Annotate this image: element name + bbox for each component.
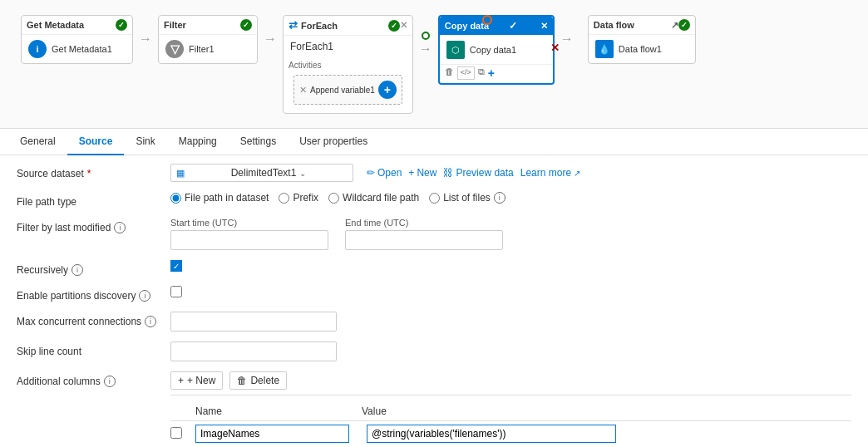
recursively-label: Recursively i	[17, 260, 162, 276]
table-divider	[170, 395, 851, 395]
filepath-dataset-option[interactable]: File path in dataset	[170, 192, 269, 204]
partitions-row: Enable partitions discovery i	[17, 286, 851, 302]
tab-general[interactable]: General	[8, 129, 67, 155]
copy-data-node[interactable]: Copy data ✓ ✕ ⬡ Copy data1 🗑 </> ⧉ + ✕	[438, 15, 555, 85]
delete-column-button[interactable]: 🗑 Delete	[229, 371, 287, 390]
tab-source[interactable]: Source	[67, 129, 125, 155]
copy-data-status: ✓	[509, 20, 517, 32]
prefix-option[interactable]: Prefix	[279, 192, 318, 204]
plus-icon: +	[408, 167, 414, 179]
get-metadata-title: Get Metadata	[27, 20, 84, 30]
orange-circle-connector	[482, 15, 492, 27]
dataset-dropdown[interactable]: ▦ DelimitedText1 ⌄	[170, 164, 353, 182]
dataflow-node[interactable]: Data flow ↗ ✓ 💧 Data flow1	[588, 15, 696, 64]
arrow-2: →	[262, 32, 279, 47]
get-metadata-node[interactable]: Get Metadata ✓ i Get Metadata1	[21, 15, 133, 64]
filter-modified-info[interactable]: i	[114, 222, 126, 233]
delete-icon: 🗑	[237, 375, 247, 386]
copy-icon[interactable]: ⧉	[478, 66, 485, 80]
new-column-plus-icon: +	[178, 375, 184, 386]
source-dataset-row: Source dataset * ▦ DelimitedText1 ⌄ ✏ Op…	[17, 164, 851, 182]
get-metadata-icon: i	[28, 40, 47, 58]
prefix-label: Prefix	[293, 192, 318, 204]
additional-columns-control: + + New 🗑 Delete Name Value	[170, 371, 851, 445]
tabs-bar: General Source Sink Mapping Settings Use…	[0, 129, 868, 155]
learn-more-link[interactable]: Learn more ↗	[520, 167, 580, 179]
partitions-info[interactable]: i	[139, 290, 150, 302]
tab-sink[interactable]: Sink	[124, 129, 166, 155]
foreach-inner-area[interactable]: ✕ Append variable1 +	[293, 75, 402, 105]
foreach-node[interactable]: ⇄ ForEach ✓ ✕ ForEach1 Activities ✕ Appe…	[283, 15, 413, 114]
tab-user-properties[interactable]: User properties	[288, 129, 379, 155]
row-value-input[interactable]	[367, 425, 616, 443]
trash-icon[interactable]: 🗑	[445, 66, 454, 80]
wildcard-radio[interactable]	[328, 193, 339, 204]
partitions-checkbox[interactable]	[170, 286, 182, 297]
additional-columns-row: Additional columns i + + New 🗑 Delete	[17, 371, 851, 445]
filepath-dataset-radio[interactable]	[170, 193, 181, 204]
append-icon: ✕	[299, 85, 307, 96]
recursively-control: ✓	[170, 260, 851, 272]
additional-col-actions: + + New 🗑 Delete	[170, 371, 851, 390]
row-checkbox[interactable]	[170, 427, 182, 439]
arrow-4: →	[559, 32, 575, 47]
file-path-type-label: File path type	[17, 192, 162, 208]
code-icon[interactable]: </>	[457, 66, 475, 80]
preview-link[interactable]: ⛓ Preview data	[443, 167, 513, 179]
header-value: Value	[362, 405, 851, 417]
table-header: Name Value	[170, 402, 851, 421]
row-checkbox-cell	[170, 427, 195, 441]
list-of-files-label: List of files	[443, 192, 491, 204]
activities-label: Activities	[289, 61, 407, 70]
add-output-icon[interactable]: +	[488, 66, 495, 80]
tab-mapping[interactable]: Mapping	[167, 129, 229, 155]
new-link[interactable]: + New	[408, 167, 436, 179]
file-path-type-row: File path type File path in dataset Pref…	[17, 192, 851, 208]
additional-columns-info[interactable]: i	[104, 376, 116, 387]
open-link[interactable]: ✏ Open	[367, 167, 402, 179]
copy-data-close[interactable]: ✕	[540, 21, 548, 32]
filter-node[interactable]: Filter ✓ ▽ Filter1	[158, 15, 258, 64]
copy-data-header: Copy data ✓ ✕	[440, 17, 553, 36]
prefix-radio[interactable]	[279, 193, 289, 204]
get-metadata-subtitle: Get Metadata1	[52, 44, 112, 54]
max-connections-input[interactable]	[170, 312, 337, 332]
list-of-files-option[interactable]: List of files i	[429, 192, 506, 204]
filter-header: Filter ✓	[159, 16, 257, 35]
skip-line-count-input[interactable]	[170, 341, 337, 361]
file-path-options: File path in dataset Prefix Wildcard fil…	[170, 192, 851, 204]
dataflow-external-icon[interactable]: ↗	[671, 20, 678, 31]
end-time-input[interactable]	[345, 230, 503, 250]
wildcard-label: Wildcard file path	[343, 192, 419, 204]
foreach-subtitle: ForEach1	[290, 41, 333, 52]
copy-data-body: ⬡ Copy data1	[440, 36, 553, 64]
tab-settings[interactable]: Settings	[229, 129, 288, 155]
append-label: Append variable1	[310, 86, 375, 95]
arrow-3: →	[417, 32, 434, 56]
list-of-files-radio[interactable]	[429, 193, 440, 204]
new-column-button[interactable]: + + New	[170, 371, 223, 390]
max-connections-label: Max concurrent connections i	[17, 312, 162, 327]
columns-table: Name Value	[170, 402, 851, 445]
recursively-info[interactable]: i	[72, 264, 83, 276]
external-icon: ↗	[574, 169, 580, 178]
start-time-input[interactable]	[170, 230, 328, 250]
recursively-checkbox[interactable]: ✓	[170, 260, 182, 272]
dataflow-body: 💧 Data flow1	[589, 35, 695, 63]
add-activity-button[interactable]: +	[378, 81, 397, 99]
max-connections-info[interactable]: i	[145, 316, 156, 327]
filter-modified-controls: Start time (UTC) End time (UTC)	[170, 218, 851, 250]
list-of-files-info[interactable]: i	[494, 192, 506, 204]
source-dataset-label: Source dataset *	[17, 164, 162, 179]
row-name-input[interactable]	[195, 425, 349, 443]
foreach-close[interactable]: ✕	[400, 20, 407, 31]
wildcard-option[interactable]: Wildcard file path	[328, 192, 419, 204]
dataset-icon: ▦	[176, 168, 224, 179]
copy-data-icon: ⬡	[446, 41, 465, 59]
get-metadata-header: Get Metadata ✓	[22, 16, 132, 35]
additional-columns-label: Additional columns i	[17, 371, 162, 387]
table-row	[170, 421, 851, 445]
copy-data-subtitle: Copy data1	[470, 45, 516, 55]
config-panel: Source dataset * ▦ DelimitedText1 ⌄ ✏ Op…	[0, 155, 868, 445]
end-time-label: End time (UTC)	[345, 218, 503, 228]
